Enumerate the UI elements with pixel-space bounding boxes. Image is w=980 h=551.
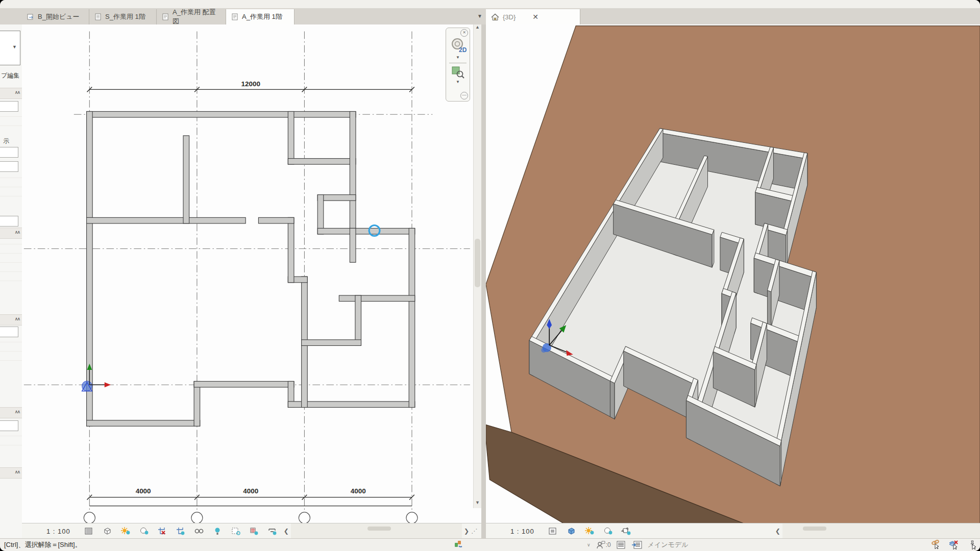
select-links-icon[interactable]	[930, 540, 941, 550]
wall-2d[interactable]	[288, 111, 294, 164]
props-section-header[interactable]: ∧∧	[0, 407, 22, 418]
wall-2d[interactable]	[317, 228, 415, 234]
pane-resize-grip[interactable]: ⋰	[471, 528, 481, 535]
scale-button[interactable]: 1 : 100	[510, 528, 534, 535]
visual-style-icon[interactable]	[101, 525, 114, 537]
scroll-left-icon[interactable]: ❮	[773, 528, 782, 535]
wall-2d[interactable]	[258, 217, 293, 223]
render-dialog-icon[interactable]	[620, 525, 633, 537]
displaced-elements-icon[interactable]	[248, 525, 261, 537]
tab-a-site-plan[interactable]: A_作業用 配置図	[157, 9, 226, 24]
view3d-horizontal-scrollbar[interactable]: ❮	[773, 523, 980, 539]
grid-bubble[interactable]	[406, 512, 418, 523]
scroll-thumb[interactable]	[368, 527, 391, 531]
pane-splitter[interactable]	[481, 24, 486, 539]
navbar-chevron-icon[interactable]: ▼	[456, 55, 460, 60]
detail-level-icon[interactable]	[546, 525, 559, 537]
reveal-constraints-icon[interactable]	[266, 525, 279, 537]
wall-2d[interactable]	[87, 217, 246, 223]
scroll-up-icon[interactable]: ▲	[474, 24, 481, 33]
sun-path-icon[interactable]	[119, 525, 132, 537]
grid-bubble[interactable]	[299, 512, 310, 523]
steering-wheel-icon[interactable]: 2D	[449, 37, 467, 54]
props-field[interactable]	[0, 216, 18, 227]
props-field[interactable]	[0, 147, 18, 158]
detail-level-icon[interactable]	[82, 525, 95, 537]
tab-start-view[interactable]: B_開始ビュー	[22, 9, 89, 24]
props-field[interactable]	[0, 161, 18, 172]
visual-style-icon[interactable]	[565, 525, 578, 537]
crop-view-off-icon[interactable]	[156, 525, 169, 537]
zoom-region-icon[interactable]	[451, 65, 464, 79]
model-3d-drawing[interactable]	[486, 24, 980, 523]
wall-2d[interactable]	[194, 381, 294, 387]
dimension-text[interactable]: 12000	[241, 80, 260, 88]
scroll-thumb[interactable]	[475, 239, 480, 287]
props-field[interactable]	[0, 101, 18, 112]
status-chevron-icon[interactable]: ∨	[587, 542, 591, 547]
dimension-text[interactable]: 4000	[136, 487, 151, 495]
props-field[interactable]	[0, 420, 18, 431]
grid-bubble[interactable]	[191, 512, 203, 523]
active-workset-label[interactable]: メインモデル	[648, 540, 689, 549]
props-field[interactable]	[0, 327, 18, 337]
wall-2d[interactable]	[350, 111, 356, 234]
temporary-hide-isolate-icon[interactable]	[192, 525, 206, 537]
wall-2d[interactable]	[339, 295, 414, 302]
select-pinned-icon[interactable]	[967, 540, 978, 550]
props-section-header[interactable]: ∧∧	[0, 228, 22, 239]
grid-bubble[interactable]	[84, 512, 95, 523]
scroll-down-icon[interactable]: ▼	[474, 500, 481, 508]
wall-2d[interactable]	[194, 381, 200, 426]
workset-dialog-icon[interactable]	[631, 540, 643, 549]
navigation-bar-2d[interactable]: ✕ 2D ▼ ▼ —	[446, 28, 470, 102]
worksets-icon[interactable]	[616, 540, 626, 549]
wall-2d[interactable]	[302, 340, 361, 346]
wall-2d[interactable]	[350, 228, 356, 262]
plan-viewport[interactable]: 12000400040004000 ✕ 2D ▼	[22, 24, 481, 523]
navbar-chevron-icon[interactable]: ▼	[456, 80, 460, 84]
tab-overflow-chevron[interactable]: ▼	[476, 12, 484, 20]
temporary-view-properties-icon[interactable]	[229, 525, 242, 537]
dimension-text[interactable]: 4000	[243, 487, 258, 495]
wall-2d[interactable]	[288, 159, 356, 165]
props-section-header[interactable]: ∧∧	[0, 467, 22, 479]
select-underlay-icon[interactable]	[948, 540, 960, 550]
dimension-text[interactable]: 4000	[351, 487, 366, 495]
wall-2d[interactable]	[87, 111, 356, 117]
crop-region-icon[interactable]	[174, 525, 187, 537]
navbar-close-icon[interactable]: ✕	[460, 29, 468, 37]
type-selector[interactable]: ▼	[0, 31, 20, 65]
shadows-icon[interactable]	[601, 525, 615, 537]
shadows-icon[interactable]	[137, 525, 151, 537]
editing-requests-icon[interactable]: :0	[596, 540, 611, 549]
scroll-right-icon[interactable]: ❯	[462, 528, 471, 535]
plan-vertical-scrollbar[interactable]: ▲ ▼	[473, 24, 481, 508]
scroll-left-icon[interactable]: ❮	[282, 528, 291, 535]
wall-2d[interactable]	[87, 420, 200, 427]
props-section-header[interactable]: ∧∧	[0, 314, 22, 325]
reveal-hidden-icon[interactable]	[211, 525, 224, 537]
tab-3d-view[interactable]: {3D} ✕	[486, 9, 580, 24]
viewport-3d[interactable]	[486, 24, 980, 523]
status-message: [Ctrl]、選択解除＝[Shift]。	[4, 540, 82, 549]
navbar-minimize-icon[interactable]: —	[460, 92, 468, 99]
sun-path-icon[interactable]	[583, 525, 596, 537]
wall-2d[interactable]	[355, 295, 361, 345]
view-3d-pane[interactable]: 1 : 100	[486, 24, 980, 539]
edit-type-button[interactable]: プ編集	[1, 71, 19, 80]
floor-plan-drawing[interactable]: 12000400040004000	[22, 24, 481, 523]
plan-view-pane[interactable]: 12000400040004000 ✕ 2D ▼	[22, 24, 482, 539]
tab-s-work-1f[interactable]: S_作業用 1階	[89, 9, 157, 24]
close-view-icon[interactable]: ✕	[532, 13, 538, 20]
scroll-thumb[interactable]	[803, 527, 826, 531]
props-section-header[interactable]: ∧∧	[0, 88, 22, 99]
plan-horizontal-scrollbar[interactable]: ❮ ❯	[282, 523, 471, 539]
scale-button[interactable]: 1 : 100	[46, 528, 70, 535]
tab-a-work-1f-active[interactable]: A_作業用 1階	[226, 9, 295, 24]
design-options-icon[interactable]	[453, 540, 463, 549]
wall-2d[interactable]	[183, 136, 189, 223]
wall-2d[interactable]	[288, 217, 294, 282]
plan-view-control-bar: 1 : 100	[22, 523, 481, 539]
wall-2d[interactable]	[409, 228, 415, 407]
